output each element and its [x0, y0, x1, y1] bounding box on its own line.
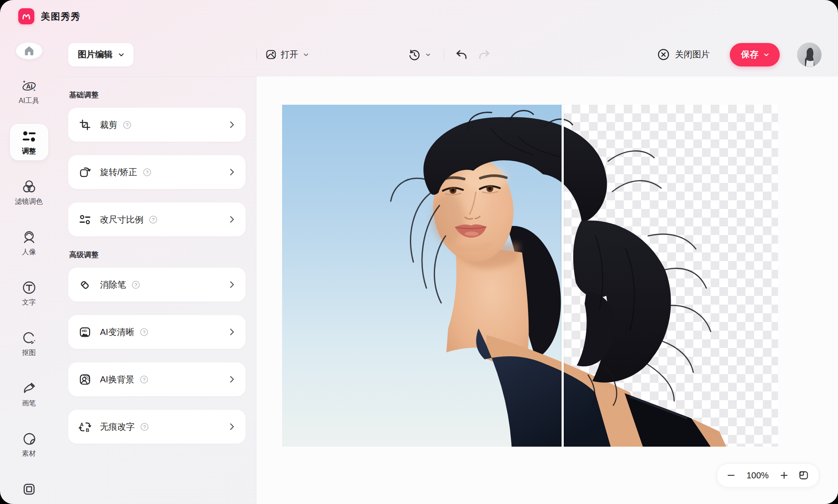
undo-icon [455, 48, 468, 61]
undo-button[interactable] [455, 48, 468, 61]
redo-button-disabled[interactable] [478, 48, 491, 61]
logo-bar: 美图秀秀 [0, 0, 838, 33]
minus-icon [726, 471, 736, 480]
help-icon[interactable]: ? [140, 422, 150, 432]
chevron-right-icon [226, 167, 237, 177]
sidebar-item-adjust[interactable]: 调整 [10, 124, 48, 160]
sidebar-item-cutout[interactable]: 抠图 [10, 325, 48, 362]
tool-card-label: 无痕改字 [100, 421, 135, 433]
save-label: 保存 [741, 49, 758, 60]
user-avatar[interactable] [797, 43, 821, 67]
section-title-basic: 基础调整 [69, 90, 245, 100]
toolbar-divider [256, 49, 257, 60]
sidebar-item-text[interactable]: 文字 [10, 275, 48, 312]
home-icon [23, 44, 36, 57]
tool-card-rotate[interactable]: 旋转/矫正 ? [68, 155, 246, 189]
sidebar-item-stickers[interactable]: 素材 [10, 426, 48, 463]
help-icon[interactable]: ? [131, 280, 141, 290]
help-icon[interactable]: ? [139, 375, 149, 385]
svg-text:A: A [80, 421, 83, 427]
image-artboard [282, 105, 778, 447]
portrait-icon [22, 230, 37, 245]
resize-icon [79, 213, 91, 226]
avatar-image [797, 43, 821, 67]
before-after-split-handle[interactable] [562, 105, 564, 447]
tool-card-crop[interactable]: 裁剪 ? [68, 108, 246, 142]
sidebar-item-label: 文字 [22, 298, 36, 307]
brush-icon [22, 381, 37, 396]
chevron-right-icon [226, 421, 237, 432]
open-label: 打开 [281, 49, 298, 60]
svg-text:?: ? [152, 217, 154, 222]
save-button[interactable]: 保存 [730, 43, 780, 66]
hd-badge-icon: HD [79, 326, 91, 338]
chevron-down-icon [762, 51, 770, 59]
chevron-down-icon [302, 51, 310, 59]
svg-text:?: ? [143, 424, 146, 429]
sidebar-item-brush[interactable]: 画笔 [10, 376, 48, 412]
sidebar-item-frame[interactable] [10, 477, 48, 504]
app-title: 美图秀秀 [41, 10, 81, 23]
zoom-controls: 100% [716, 463, 819, 487]
section-title-advanced: 高级调整 [69, 250, 245, 260]
tool-card-ai-enhance[interactable]: HD AI变清晰 ? [68, 315, 246, 349]
tool-card-label: 旋转/矫正 [100, 166, 137, 178]
sidebar-item-filters[interactable]: 滤镜调色 [10, 174, 48, 211]
crop-icon [79, 119, 91, 131]
zoom-in-button[interactable] [779, 471, 789, 480]
toolbar-divider [444, 49, 444, 60]
tool-card-resize[interactable]: 改尺寸比例 ? [68, 202, 246, 236]
meitu-logo-glyph [21, 11, 32, 22]
sidebar-item-label: 滤镜调色 [15, 197, 43, 206]
open-image-button[interactable]: 打开 [265, 49, 310, 60]
svg-text:?: ? [146, 169, 148, 175]
tool-card-text-swap[interactable]: A B 无痕改字 ? [68, 410, 246, 444]
help-icon[interactable]: ? [139, 327, 149, 337]
svg-text:?: ? [126, 122, 128, 127]
eraser-icon [79, 279, 91, 291]
svg-text:?: ? [143, 329, 145, 335]
meitu-logo-icon [18, 8, 34, 24]
sidebar-item-ai-tools[interactable]: AI AI工具 [10, 73, 48, 110]
svg-text:B: B [86, 428, 89, 433]
chevron-right-icon [226, 214, 237, 225]
ai-tools-icon: AI [22, 79, 37, 93]
help-icon[interactable]: ? [142, 167, 152, 177]
adjust-sliders-icon [22, 129, 37, 144]
plus-icon [779, 471, 789, 480]
chevron-right-icon [226, 119, 237, 130]
tool-card-label: AI变清晰 [100, 326, 134, 338]
zoom-out-button[interactable] [726, 471, 736, 480]
tool-card-label: 改尺寸比例 [100, 214, 143, 225]
fit-screen-button[interactable] [798, 470, 809, 481]
chevron-down-icon [117, 50, 126, 59]
ai-background-icon [79, 373, 91, 386]
fit-screen-icon [798, 470, 809, 481]
portrait-photo [282, 105, 778, 447]
home-button[interactable] [16, 42, 43, 60]
filter-circles-icon [22, 179, 37, 194]
tool-card-eraser[interactable]: 消除笔 ? [68, 268, 246, 302]
canvas-toolbar: 打开 [256, 33, 838, 76]
app-window: 美图秀秀 AI AI工具 [0, 0, 838, 504]
sidebar-item-portrait[interactable]: 人像 [10, 225, 48, 261]
canvas-area[interactable]: 100% [256, 76, 838, 504]
sidebar-item-label: AI工具 [19, 96, 39, 106]
help-icon[interactable]: ? [122, 120, 132, 130]
sidebar-item-label: 人像 [22, 248, 36, 257]
rotate-icon [79, 166, 91, 179]
history-button[interactable] [408, 48, 432, 61]
tool-card-ai-background[interactable]: AI换背景 ? [68, 362, 246, 396]
sidebar-item-label: 素材 [22, 449, 36, 458]
close-image-button[interactable]: 关闭图片 [657, 48, 710, 61]
text-swap-icon: A B [79, 421, 91, 433]
mode-selector-button[interactable]: 图片编辑 [68, 43, 133, 66]
tool-panel: 图片编辑 基础调整 裁剪 ? [58, 33, 256, 504]
mode-selector-label: 图片编辑 [78, 49, 113, 60]
close-circle-icon [657, 48, 670, 61]
chevron-right-icon [226, 327, 237, 337]
chevron-down-icon [425, 51, 432, 58]
tool-panel-scroll: 基础调整 裁剪 ? [58, 76, 256, 504]
help-icon[interactable]: ? [148, 215, 158, 225]
left-nav-rail: AI AI工具 调整 [0, 33, 58, 504]
